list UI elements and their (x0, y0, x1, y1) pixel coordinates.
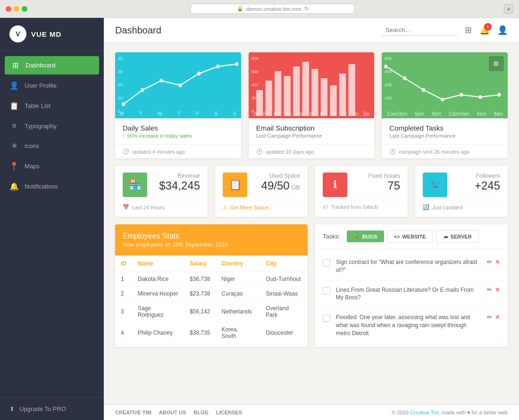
svg-point-6 (235, 62, 238, 66)
user-profile-icon: 👤 (9, 81, 19, 90)
grid-view-button[interactable]: ⊞ (465, 25, 472, 35)
clock-icon: 🕐 (389, 148, 396, 155)
table-row: 3 Sage Rodriguez $56,142 Netherlands Ove… (115, 301, 308, 322)
footer-link-creative-tim[interactable]: CREATIVE TIM (115, 410, 151, 415)
cell-id: 1 (115, 272, 132, 287)
footer-link-about-us[interactable]: ABOUT US (159, 410, 186, 415)
email-y-labels: 800 600 400 200 0 (251, 56, 259, 114)
sidebar-item-user-profile[interactable]: 👤 User Profile (0, 75, 104, 96)
twitter-icon: 🐦 (429, 179, 442, 191)
minimize-dot[interactable] (14, 6, 19, 12)
tab-website[interactable]: <> WEBSITE (387, 231, 433, 243)
sidebar-item-maps[interactable]: 📍 Maps (0, 156, 104, 176)
sidebar-label-typography: Typography (25, 123, 57, 130)
maximize-dot[interactable] (22, 6, 27, 12)
revenue-header: 🏪 Revenue $34,245 (123, 173, 200, 197)
x-label-t2: T (177, 111, 180, 116)
tasks-card: Tasks: 🐛 BUGS <> WEBSITE ☁ SERVER (315, 224, 508, 347)
main-content: Dashboard ⊞ 🔔 5 👤 40 (104, 18, 519, 420)
tab-bugs[interactable]: 🐛 BUGS (347, 231, 384, 242)
task-checkbox-1[interactable] (323, 259, 330, 267)
upgrade-button[interactable]: ⬆ Upgrade To PRO (0, 397, 104, 420)
logo-text: VUE MD (31, 30, 61, 38)
maps-icon: 📍 (9, 162, 19, 171)
new-tab-button[interactable]: + (504, 4, 513, 14)
svg-point-20 (422, 88, 426, 92)
svg-point-22 (460, 93, 463, 97)
tasks-header: Tasks: 🐛 BUGS <> WEBSITE ☁ SERVER (315, 224, 508, 249)
employee-table-header-row: ID Name Salary Country City (115, 255, 308, 272)
cell-country: Netherlands (216, 301, 260, 322)
header-right: ⊞ 🔔 5 👤 (382, 25, 508, 36)
footer-link-blog[interactable]: BLOG (193, 410, 209, 415)
sidebar-item-icons[interactable]: ✳ Icons (0, 136, 104, 156)
revenue-card: 🏪 Revenue $34,245 📅 Last 24 Hours (115, 166, 208, 217)
task-delete-button-1[interactable]: ✕ (495, 258, 500, 265)
typography-icon: ≡ (9, 122, 19, 130)
footer-copyright-link[interactable]: Creative Tim (410, 410, 439, 415)
followers-footer: 🔄 Just Updated (423, 200, 500, 210)
notifications-icon: 🔔 (9, 182, 19, 191)
url-bar[interactable]: 🔒 demos.creative-tim.com ↻ (191, 4, 355, 14)
tab-server[interactable]: ☁ SERVER (436, 230, 479, 243)
cell-id: 4 (115, 322, 132, 344)
task-checkbox-2[interactable] (323, 287, 330, 295)
task-item-1: Sign contract for "What are conference o… (315, 253, 508, 280)
table-list-icon: 📋 (9, 101, 19, 110)
browser-chrome: 🔒 demos.creative-tim.com ↻ + (0, 0, 519, 18)
sidebar-item-typography[interactable]: ≡ Typography (0, 116, 104, 136)
sidebar-item-dashboard[interactable]: ⊞ Dashboard (5, 56, 99, 74)
employee-table-head: ID Name Salary Country City (115, 255, 308, 272)
task-edit-button-3[interactable]: ✏ (487, 313, 492, 321)
main-footer: CREATIVE TIM ABOUT US BLOG LICENSES © 20… (104, 404, 519, 420)
app-container: V VUE MD ⊞ Dashboard 👤 User Profile 📋 Ta… (0, 18, 519, 420)
daily-sales-title: Daily Sales (123, 124, 234, 132)
revenue-value: $34,245 (153, 179, 200, 192)
task-checkbox-3[interactable] (323, 314, 330, 322)
task-delete-button-3[interactable]: ✕ (495, 313, 500, 321)
code-icon: <> (394, 234, 400, 239)
y-label: 20 (118, 82, 123, 87)
sidebar-item-table-list[interactable]: 📋 Table List (0, 96, 104, 116)
completed-tasks-title: Completed Tasks (389, 124, 500, 132)
gear-button[interactable]: ⚙ (489, 56, 504, 71)
info-icon: ℹ (333, 179, 337, 191)
cell-city: Gloucester (260, 322, 308, 344)
y-label: 400 (251, 82, 259, 87)
sidebar-item-notifications[interactable]: 🔔 Notifications (0, 176, 104, 197)
email-x-labels: Ja Fe Ma Ap Mai Jul Au Se Oc No De (249, 109, 375, 118)
cell-salary: $56,142 (184, 301, 216, 322)
task-edit-button-1[interactable]: ✏ (487, 258, 492, 265)
sidebar-label-notifications: Notifications (25, 183, 58, 190)
svg-point-5 (216, 65, 219, 68)
daily-sales-subtitle: ↑ 55% increase in today sales (123, 133, 234, 139)
cloud-icon: ☁ (443, 233, 448, 239)
employee-table-card: Employees Stats New employees on 15th Se… (115, 224, 308, 347)
bottom-row: Employees Stats New employees on 15th Se… (115, 224, 508, 347)
search-input[interactable] (382, 25, 457, 36)
logo-circle: V (9, 25, 26, 42)
task-delete-button-2[interactable]: ✕ (495, 286, 500, 293)
footer-copyright: © 2020 Creative Tim, made with ♥ for a b… (392, 410, 508, 415)
svg-rect-17 (348, 64, 355, 116)
browser-dots (6, 6, 27, 12)
cell-country: Korea, South (216, 322, 260, 344)
footer-link-licenses[interactable]: LICENSES (216, 410, 242, 415)
user-menu-button[interactable]: 👤 (497, 25, 508, 35)
tag-icon: 🏷 (323, 204, 328, 210)
store-icon: 🏪 (129, 179, 142, 191)
copy-icon: 📋 (229, 179, 242, 191)
sidebar-nav: ⊞ Dashboard 👤 User Profile 📋 Table List … (0, 50, 104, 229)
notifications-button[interactable]: 🔔 5 (479, 25, 490, 35)
fixed-issues-text: Fixed Issues 75 (353, 173, 400, 192)
email-subscription-title: Email Subscription (256, 124, 367, 132)
task-edit-button-2[interactable]: ✏ (487, 286, 492, 293)
daily-sales-y-labels: 40 30 20 10 0 (118, 56, 123, 114)
tasks-body: Sign contract for "What are conference o… (315, 249, 508, 347)
reload-icon[interactable]: ↻ (304, 6, 309, 12)
close-dot[interactable] (6, 6, 11, 12)
task-item-2: Lines From Great Russian Literature? Or … (315, 280, 508, 308)
col-country: Country (216, 255, 260, 272)
x-label-w: W (158, 111, 162, 116)
fixed-issues-value: 75 (353, 179, 400, 192)
